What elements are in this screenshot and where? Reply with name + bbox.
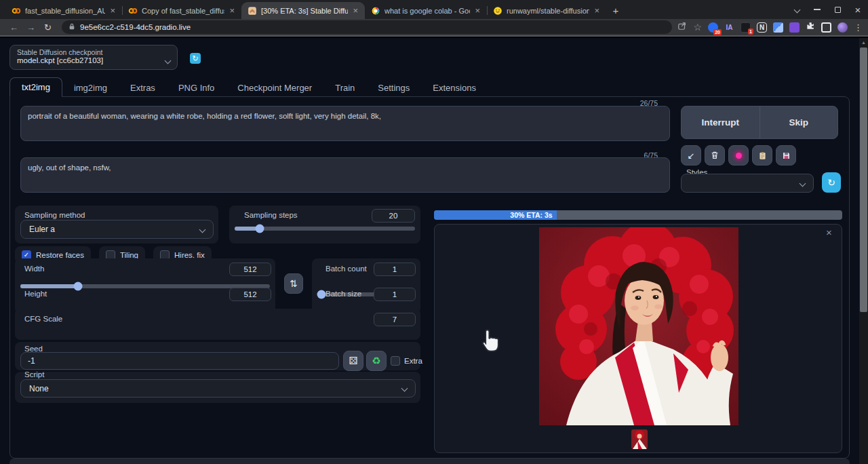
sampling-method-dropdown[interactable]: Euler a bbox=[20, 220, 214, 239]
extension-screenshot-icon[interactable] bbox=[773, 22, 783, 33]
seed-input[interactable] bbox=[28, 356, 332, 366]
page-scrollbar[interactable]: ▲ bbox=[859, 38, 868, 464]
extension-adblock-icon[interactable]: 20 bbox=[708, 22, 718, 33]
extensions-puzzle-icon[interactable] bbox=[806, 21, 815, 33]
negative-prompt-field[interactable]: ugly, out of shape, nsfw, bbox=[20, 157, 670, 193]
tab-extensions[interactable]: Extensions bbox=[421, 79, 488, 97]
gradio-icon bbox=[248, 6, 257, 16]
skip-button[interactable]: Skip bbox=[760, 117, 838, 128]
reuse-seed-recycle-button[interactable]: ♻ bbox=[366, 351, 387, 371]
height-label: Height bbox=[24, 290, 47, 298]
bookmark-star-icon[interactable]: ☆ bbox=[693, 22, 702, 33]
mouse-cursor-hand bbox=[477, 325, 505, 356]
apply-style-button[interactable] bbox=[752, 145, 772, 166]
browser-tab-colab-2[interactable]: Copy of fast_stable_diffusion_ × bbox=[122, 2, 241, 19]
footer-block-edge bbox=[9, 459, 850, 464]
extension-chat-icon[interactable]: 1 bbox=[741, 22, 751, 33]
batch-count-value[interactable]: 1 bbox=[374, 263, 416, 276]
window-maximize-button[interactable] bbox=[827, 0, 848, 19]
seed-extra-checkbox[interactable]: Extra bbox=[391, 356, 422, 366]
scrollbar-thumb[interactable] bbox=[860, 47, 867, 312]
seed-field[interactable] bbox=[20, 352, 339, 370]
checkpoint-value: model.ckpt [cc6cb27103] bbox=[17, 56, 103, 64]
browser-tab-google-search[interactable]: what is google colab - Googl × bbox=[365, 2, 487, 19]
negative-prompt-textarea[interactable]: ugly, out of shape, nsfw, bbox=[20, 157, 670, 193]
checkbox-icon bbox=[391, 356, 400, 366]
prompt-tools-row: ↙ bbox=[681, 145, 796, 166]
sampling-method-value: Euler a bbox=[29, 225, 55, 234]
random-seed-dice-button[interactable]: ⚄ bbox=[343, 351, 363, 371]
tab-extras[interactable]: Extras bbox=[119, 79, 167, 97]
save-style-button[interactable] bbox=[776, 145, 796, 166]
window-menu-chevron-icon[interactable] bbox=[787, 0, 807, 19]
interrupt-button[interactable]: Interrupt bbox=[682, 117, 760, 128]
prompt-textarea[interactable]: portrait of a beautiful woman, wearing a… bbox=[20, 106, 670, 141]
read-params-button[interactable]: ↙ bbox=[681, 145, 701, 166]
google-icon bbox=[371, 6, 380, 16]
tab-close-icon[interactable]: × bbox=[109, 6, 116, 15]
browser-tab-huggingface[interactable]: runwayml/stable-diffusion-v1 × bbox=[487, 2, 606, 19]
sampling-steps-value[interactable]: 20 bbox=[372, 209, 415, 223]
styles-dropdown[interactable] bbox=[681, 174, 814, 193]
floppy-save-icon bbox=[782, 151, 791, 160]
sampling-steps-slider[interactable] bbox=[235, 227, 415, 231]
forward-icon[interactable]: → bbox=[22, 22, 39, 33]
extension-notion-icon[interactable]: N bbox=[757, 22, 767, 33]
profile-avatar[interactable] bbox=[837, 22, 848, 33]
batch-size-label: Batch size bbox=[326, 290, 361, 298]
extension-ia-icon[interactable]: IA bbox=[724, 22, 734, 33]
browser-tab-stable-diffusion[interactable]: [30% ETA: 3s] Stable Diffusion × bbox=[241, 2, 365, 19]
tab-close-icon[interactable]: × bbox=[229, 6, 235, 15]
trash-icon bbox=[710, 151, 719, 160]
back-icon[interactable]: ← bbox=[5, 22, 22, 33]
width-value[interactable]: 512 bbox=[229, 263, 271, 276]
prompt-field[interactable]: portrait of a beautiful woman, wearing a… bbox=[20, 106, 670, 141]
chevron-down-icon bbox=[800, 180, 806, 187]
tab-title: fast_stable_diffusion_AUTOMA bbox=[25, 7, 105, 15]
height-value[interactable]: 512 bbox=[229, 288, 271, 301]
browser-menu-icon[interactable]: ⋮ bbox=[854, 22, 863, 33]
browser-tab-colab-1[interactable]: fast_stable_diffusion_AUTOMA × bbox=[5, 2, 122, 19]
trash-button[interactable] bbox=[705, 145, 725, 166]
side-panel-icon[interactable] bbox=[821, 22, 831, 33]
progress-bar: 30% ETA: 3s bbox=[434, 210, 842, 220]
swap-width-height-button[interactable]: ⇅ bbox=[284, 273, 303, 294]
tab-close-icon[interactable]: × bbox=[593, 6, 600, 15]
scrollbar-up-arrow-icon[interactable]: ▲ bbox=[859, 38, 868, 47]
stable-diffusion-webui-page: Stable Diffusion checkpoint model.ckpt [… bbox=[0, 38, 868, 464]
new-tab-button[interactable]: + bbox=[606, 2, 625, 19]
script-dropdown[interactable]: None bbox=[20, 379, 416, 398]
chevron-down-icon bbox=[199, 226, 206, 233]
tab-close-icon[interactable]: × bbox=[474, 6, 481, 15]
lock-icon bbox=[68, 23, 75, 31]
tab-train[interactable]: Train bbox=[323, 79, 366, 97]
close-preview-icon[interactable]: × bbox=[826, 227, 832, 238]
tab-txt2img[interactable]: txt2img bbox=[9, 77, 62, 97]
batch-size-value[interactable]: 1 bbox=[374, 288, 416, 301]
colab-icon bbox=[12, 6, 21, 16]
sampling-steps-label: Sampling steps bbox=[244, 211, 298, 219]
clipboard-icon bbox=[758, 151, 767, 160]
tab-close-icon[interactable]: × bbox=[352, 6, 359, 15]
pink-dot-icon bbox=[736, 153, 742, 159]
checkpoint-dropdown[interactable]: Stable Diffusion checkpoint model.ckpt [… bbox=[9, 45, 178, 70]
tab-checkpoint-merger[interactable]: Checkpoint Merger bbox=[226, 79, 323, 97]
gallery-thumbnail[interactable] bbox=[631, 429, 648, 449]
cfg-scale-value[interactable]: 7 bbox=[374, 313, 416, 326]
checkpoint-refresh-button[interactable]: ↻ bbox=[190, 53, 201, 64]
tab-title: [30% ETA: 3s] Stable Diffusion bbox=[261, 7, 348, 15]
extra-networks-button[interactable] bbox=[728, 145, 749, 166]
tab-png-info[interactable]: PNG Info bbox=[167, 79, 226, 97]
window-close-button[interactable]: × bbox=[848, 0, 868, 19]
width-label: Width bbox=[24, 265, 44, 273]
tab-settings[interactable]: Settings bbox=[366, 79, 421, 97]
share-icon[interactable] bbox=[677, 21, 687, 33]
interrupt-skip-group: Interrupt Skip bbox=[681, 106, 838, 139]
extension-purple-icon[interactable] bbox=[789, 22, 800, 33]
window-minimize-button[interactable] bbox=[807, 0, 827, 19]
tab-img2img[interactable]: img2img bbox=[62, 79, 119, 97]
generated-image[interactable] bbox=[539, 227, 738, 425]
styles-refresh-button[interactable]: ↻ bbox=[822, 172, 841, 193]
address-bar[interactable]: 9e5e6cc2-c519-4dc5.gradio.live bbox=[62, 20, 672, 34]
reload-icon[interactable]: ↻ bbox=[39, 22, 56, 33]
